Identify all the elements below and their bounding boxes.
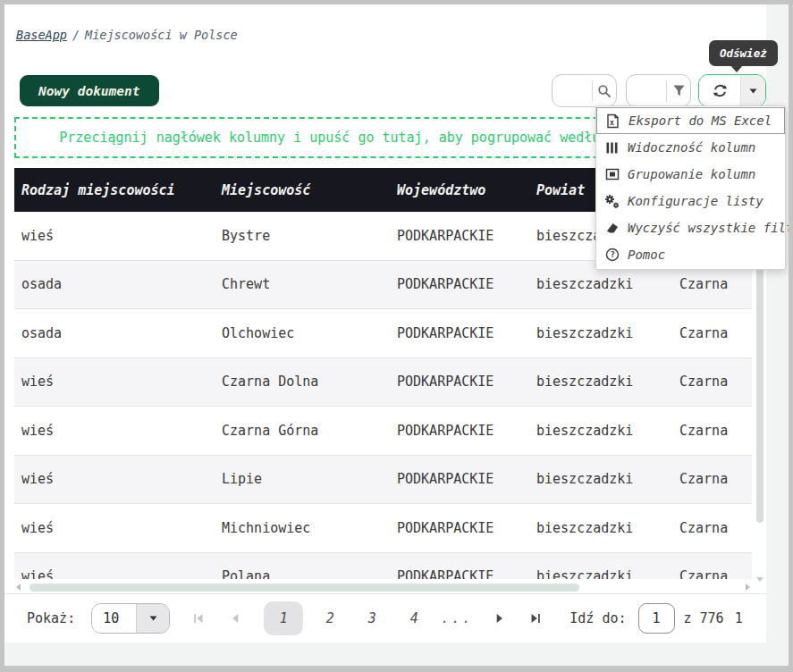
filter-input[interactable] [627,75,666,106]
breadcrumb: BaseApp/Miejscowości w Polsce [16,28,238,42]
table-row[interactable]: osada Olchowiec PODKARPACKIE bieszczadzk… [14,309,752,358]
first-page-button[interactable] [183,603,214,634]
menu-item-column-grouping[interactable]: Grupowanie kolumn [596,161,785,188]
refresh-menu-toggle[interactable] [740,75,765,106]
cell: Czarna [672,276,752,292]
cell: bieszczadzki [529,423,672,439]
vertical-scrollbar[interactable] [755,215,765,584]
page-button-2[interactable]: 2 [315,601,345,635]
table-row[interactable]: wieś Lipie PODKARPACKIE bieszczadzki Cza… [14,456,752,505]
grouping-icon [604,166,620,182]
page-button-3[interactable]: 3 [357,601,387,635]
cell: PODKARPACKIE [390,471,529,487]
new-document-button[interactable]: Nowy dokument [20,75,159,106]
horizontal-scroll-track[interactable] [25,584,741,592]
cell: bieszczadzki [529,374,672,390]
content-card: BaseApp/Miejscowości w Polsce Nowy dokum… [4,4,766,642]
chevron-down-icon [149,616,157,621]
page-size-label: Pokaż: [27,610,75,626]
cell: PODKARPACKIE [390,325,529,341]
total-pages-label: z 776 [684,610,724,626]
next-page-icon [494,613,504,624]
cell: PODKARPACKIE [390,423,529,439]
cell: wieś [14,568,215,579]
last-page-button[interactable] [519,603,550,634]
page-size-select[interactable]: 10 [91,603,170,634]
tooltip-text: Odśwież [720,46,767,60]
help-icon: ? [604,247,620,263]
refresh-button[interactable] [699,75,740,106]
scroll-left-icon[interactable] [16,584,21,591]
horizontal-scroll-thumb[interactable] [30,584,579,592]
cell: Czarna Dolna [215,374,390,390]
table-row[interactable]: wieś Czarna Dolna PODKARPACKIE bieszczad… [14,358,752,407]
last-page-icon [529,613,541,624]
cell: Polana [215,568,390,579]
next-page-button[interactable] [484,603,514,634]
menu-item-column-visibility[interactable]: Widoczność kolumn [596,134,785,161]
column-header-wojewodztwo[interactable]: Województwo [390,182,529,198]
cell: PODKARPACKIE [390,520,529,536]
menu-item-clear-all-filters[interactable]: Wyczyść wszystkie filtry [596,214,785,241]
refresh-button-group [698,74,766,107]
column-header-rodzaj[interactable]: Rodzaj miejscowości [14,182,215,198]
cell: bieszczadzki [529,568,672,579]
table-row[interactable]: wieś Czarna Górna PODKARPACKIE bieszczad… [14,407,752,456]
menu-item-help[interactable]: ? Pomoc [596,241,785,268]
tooltip-caret [730,65,743,72]
eraser-icon [604,220,620,236]
cell: bieszczadzki [529,276,672,292]
previous-page-button[interactable] [221,603,251,634]
page-button-1[interactable]: 1 [264,601,303,635]
cell: Czarna [672,325,752,341]
table-row[interactable]: wieś Polana PODKARPACKIE bieszczadzki Cz… [14,553,752,580]
search-icon[interactable] [592,80,616,102]
vertical-scroll-thumb[interactable] [756,228,763,523]
scroll-right-icon[interactable] [746,584,750,591]
cell: Lipie [215,471,390,487]
filter-icon[interactable] [666,80,690,102]
cell: osada [14,325,215,341]
page-button-4[interactable]: 4 [399,601,429,635]
chevron-down-icon [749,88,757,94]
menu-item-export-excel[interactable]: x Eksport do MS Excel [596,107,785,134]
page-size-caret[interactable] [136,604,169,633]
refresh-tooltip: Odśwież [709,40,778,66]
first-page-icon [193,613,205,624]
table-row[interactable]: wieś Michniowiec PODKARPACKIE bieszczadz… [14,504,752,553]
cell: Olchowiec [215,325,390,341]
cell: wieś [14,520,215,536]
column-header-miejscowosc[interactable]: Miejscowość [215,182,390,198]
cell: osada [14,276,215,292]
previous-page-icon [231,613,241,624]
pagination-bar: Pokaż: 10 1 2 [4,593,766,643]
cell: bieszczadzki [529,325,672,341]
columns-icon [604,139,620,155]
breadcrumb-page-title: Miejscowości w Polsce [85,28,238,42]
cell: PODKARPACKIE [390,228,529,244]
cell: PODKARPACKIE [390,568,529,579]
svg-text:?: ? [610,250,614,259]
cell: bieszczadzki [529,471,672,487]
page-size-value: 10 [92,604,136,633]
cell: bieszczadzki [529,520,672,536]
goto-page-input[interactable] [638,603,675,634]
horizontal-scrollbar[interactable] [14,582,752,592]
cell: Czarna [672,471,752,487]
svg-text:x: x [610,119,614,127]
cell: wieś [14,228,215,244]
cell: Czarna [672,520,752,536]
cell: Michniowiec [215,520,390,536]
breadcrumb-app-link[interactable]: BaseApp [16,28,67,42]
filter-box[interactable] [626,74,691,107]
breadcrumb-separator: / [72,28,80,42]
scroll-down-icon[interactable] [756,577,763,582]
menu-item-label: Grupowanie kolumn [628,167,755,181]
search-box[interactable] [552,74,617,107]
cell: Czarna [672,374,752,390]
cell: Czarna [672,568,752,579]
menu-item-list-configurations[interactable]: Konfiguracje listy [596,188,785,214]
cell: Czarna Górna [215,423,390,439]
search-input[interactable] [553,75,592,106]
cell: PODKARPACKIE [390,374,529,390]
